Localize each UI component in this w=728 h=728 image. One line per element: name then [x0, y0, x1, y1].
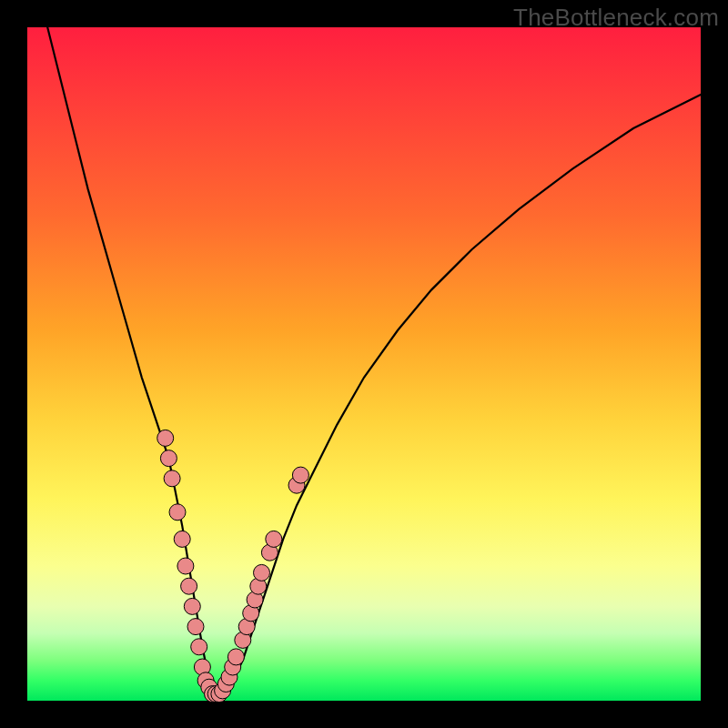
chart-frame: TheBottleneck.com — [0, 0, 728, 728]
data-marker — [160, 450, 177, 467]
data-marker — [174, 531, 190, 547]
data-marker — [164, 470, 180, 487]
data-marker — [191, 639, 207, 655]
data-marker — [177, 558, 194, 574]
plot-area — [27, 27, 701, 701]
data-marker — [169, 504, 186, 521]
data-marker — [187, 619, 204, 635]
watermark-text: TheBottleneck.com — [513, 4, 719, 32]
data-marker — [157, 430, 174, 446]
data-markers — [157, 430, 309, 702]
data-marker — [254, 564, 270, 581]
data-marker — [181, 578, 197, 594]
bottleneck-curve — [47, 27, 701, 694]
curve-layer — [27, 27, 701, 701]
data-marker — [228, 649, 244, 665]
data-marker — [184, 598, 200, 614]
data-marker — [292, 467, 308, 483]
data-marker — [266, 531, 282, 547]
